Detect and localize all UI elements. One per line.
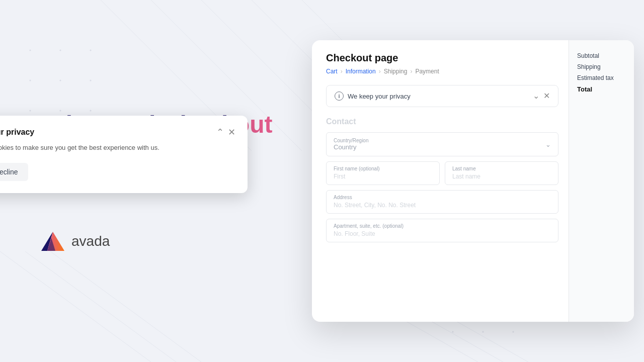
apt-label: Apartment, suite, etc. (optional) (334, 223, 551, 229)
modal-close-row: ⌃ ✕ (216, 128, 235, 137)
last-name-label: Last name (452, 166, 551, 171)
breadcrumb: Cart › Information › Shipping › Payment (326, 68, 558, 75)
breadcrumb-information[interactable]: Information (346, 68, 376, 75)
first-name-label: First name (optional) (334, 166, 432, 171)
logo-area: avada (40, 231, 282, 252)
country-field-value: Country (334, 143, 357, 151)
breadcrumb-shipping[interactable]: Shipping (384, 68, 408, 75)
privacy-banner-actions: ⌄ ✕ (533, 92, 550, 100)
last-name-value: Last name (452, 173, 480, 180)
avada-logo-icon (40, 231, 65, 252)
first-name-wrapper: First name (optional) First (326, 161, 440, 185)
modal-collapse-button[interactable]: ⌃ (216, 128, 224, 137)
privacy-banner: i We keep your privacy ⌄ ✕ (326, 85, 558, 107)
last-name-wrapper: Last name Last name (445, 161, 558, 185)
decline-button[interactable]: Decline (0, 163, 28, 181)
first-name-value: First (334, 173, 345, 180)
breadcrumb-sep-3: › (410, 68, 412, 75)
address-label: Address (334, 195, 551, 200)
modal-actions: Accept Decline (0, 163, 235, 181)
privacy-banner-close-button[interactable]: ✕ (543, 92, 550, 100)
modal-close-button[interactable]: ✕ (228, 128, 235, 137)
checkout-page: Checkout page Cart › Information › Shipp… (312, 40, 634, 322)
privacy-modal: i We keep your privacy ⌃ ✕ This website … (0, 116, 248, 193)
contact-section-label: Contact (326, 117, 558, 126)
logo-text: avada (71, 233, 110, 249)
modal-title-row: i We keep your privacy (0, 128, 34, 137)
info-icon: i (335, 92, 344, 101)
modal-header: i We keep your privacy ⌃ ✕ (0, 128, 235, 137)
modal-title: We keep your privacy (0, 128, 34, 137)
tablet-container: Subtotal Shipping Estimated tax Total Ch… (312, 40, 644, 332)
apt-wrapper: Apartment, suite, etc. (optional) No. Fl… (326, 219, 558, 242)
address-wrapper: Address No. Street, City, No. No. Street (326, 190, 558, 214)
breadcrumb-sep-1: › (341, 68, 343, 75)
checkout-title: Checkout page (326, 52, 558, 64)
breadcrumb-payment[interactable]: Payment (415, 68, 439, 75)
country-field-label: Country/Region (334, 138, 368, 143)
select-chevron-icon: ⌄ (545, 141, 551, 148)
tablet-frame: Subtotal Shipping Estimated tax Total Ch… (312, 40, 634, 322)
breadcrumb-cart[interactable]: Cart (326, 68, 338, 75)
address-value: No. Street, City, No. No. Street (334, 202, 416, 209)
country-region-select[interactable]: Country/Region Country ⌄ (326, 132, 558, 156)
breadcrumb-sep-2: › (379, 68, 381, 75)
privacy-banner-expand-button[interactable]: ⌄ (533, 92, 539, 100)
privacy-banner-text: We keep your privacy (348, 93, 411, 100)
privacy-banner-content: i We keep your privacy (335, 92, 411, 101)
modal-body: This website uses cookies to make sure y… (0, 143, 235, 153)
name-row: First name (optional) First Last name La… (326, 161, 558, 185)
apt-value: No. Floor, Suite (334, 230, 375, 237)
